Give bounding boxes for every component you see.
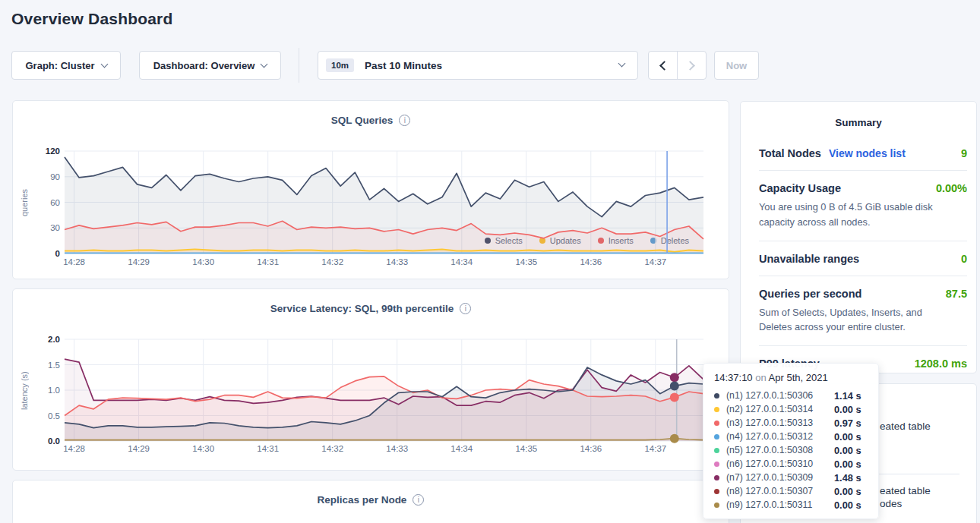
x-tick-label: 14:28 (63, 444, 85, 453)
x-tick-label: 14:30 (192, 444, 214, 453)
y-axis-tick-labels: 0306090120 (27, 151, 60, 254)
time-next-button-disabled[interactable] (677, 52, 706, 79)
service-latency-card: Service Latency: SQL, 99th percentile i … (12, 288, 729, 471)
replicas-per-node-card: Replicas per Node i (12, 480, 729, 523)
tooltip-row: (n4) 127.0.0.1:503120.00 s (714, 430, 869, 443)
x-tick-label: 14:33 (386, 257, 408, 266)
x-tick-label: 14:30 (192, 257, 214, 266)
time-step-button-group (648, 51, 707, 80)
y-tick-label: 0.0 (48, 436, 60, 446)
node-color-dot-icon (714, 475, 719, 480)
chevron-down-icon (100, 61, 108, 68)
y-tick-label: 1.5 (48, 361, 60, 370)
tooltip-node-label: (n6) 127.0.0.1:50310 (726, 458, 813, 469)
time-range-label: Past 10 Minutes (365, 60, 442, 71)
tooltip-row: (n8) 127.0.0.1:503070.00 s (714, 484, 869, 498)
replicas-per-node-title: Replicas per Node (318, 494, 407, 506)
tooltip-node-value: 0.00 s (834, 458, 861, 470)
x-tick-label: 14:35 (515, 257, 537, 266)
y-tick-label: 0.5 (48, 411, 60, 421)
tooltip-node-value: 1.48 s (834, 472, 861, 484)
info-icon[interactable]: i (399, 115, 410, 126)
service-latency-title: Service Latency: SQL, 99th percentile (270, 303, 454, 314)
x-axis-tick-labels: 14:2814:2914:3014:3114:3214:3314:3414:35… (65, 444, 703, 455)
tooltip-node-label: (n3) 127.0.0.1:50313 (726, 417, 813, 428)
tooltip-node-value: 0.97 s (834, 417, 861, 429)
node-color-dot-icon (714, 407, 719, 412)
x-tick-label: 14:36 (580, 257, 602, 266)
summary-value: 0.00% (936, 182, 967, 194)
event-text-fragment: eated table (880, 421, 931, 432)
dashboard-selector-dropdown[interactable]: Dashboard: Overview (139, 51, 281, 80)
y-tick-label: 0 (55, 249, 60, 258)
sql-queries-card: SQL Queries i SelectsUpdatesInsertsDelet… (12, 100, 729, 279)
summary-value: 0 (961, 253, 967, 265)
tooltip-row: (n9) 127.0.0.1:503110.00 s (714, 498, 869, 512)
x-tick-label: 14:28 (63, 257, 85, 266)
view-nodes-list-link[interactable]: View nodes list (829, 147, 906, 159)
chart-hover-tooltip: 14:37:10 on Apr 5th, 2021 (n1) 127.0.0.1… (703, 363, 879, 519)
node-color-dot-icon (714, 503, 719, 508)
x-tick-label: 14:37 (644, 257, 666, 266)
time-range-badge: 10m (326, 58, 354, 72)
tooltip-node-value: 0.00 s (834, 486, 861, 497)
x-tick-label: 14:32 (321, 257, 343, 266)
tooltip-node-value: 1.14 s (834, 390, 861, 402)
info-icon[interactable]: i (460, 303, 471, 314)
tooltip-node-value: 0.00 s (834, 445, 861, 456)
y-tick-label: 90 (50, 172, 60, 181)
tooltip-node-label: (n5) 127.0.0.1:50308 (726, 445, 813, 455)
summary-value: 1208.0 ms (915, 358, 967, 370)
summary-label: Total Nodes (759, 147, 821, 159)
x-tick-label: 14:36 (580, 444, 602, 453)
service-latency-chart[interactable] (65, 339, 703, 441)
tooltip-node-label: (n7) 127.0.0.1:50309 (726, 472, 813, 483)
info-icon[interactable]: i (413, 494, 424, 506)
sql-queries-chart[interactable] (65, 151, 703, 254)
summary-row-unavailable-ranges: Unavailable ranges 0 (759, 241, 967, 276)
event-text-fragment: eated table (880, 485, 931, 496)
summary-title: Summary (741, 102, 976, 128)
time-range-dropdown[interactable]: 10m Past 10 Minutes (318, 51, 638, 80)
summary-panel: Summary Total Nodes View nodes list 9 Ca… (740, 101, 977, 373)
page-title: Overview Dashboard (11, 10, 173, 28)
x-tick-label: 14:33 (386, 444, 408, 453)
summary-row-queries-per-second: Queries per second 87.5 Sum of Selects, … (759, 276, 967, 347)
tooltip-node-label: (n8) 127.0.0.1:50307 (726, 486, 813, 496)
x-tick-label: 14:37 (644, 444, 666, 453)
y-axis-tick-labels: 0.00.51.01.52.0 (27, 339, 60, 441)
x-tick-label: 14:35 (515, 444, 537, 453)
tooltip-node-value: 0.00 s (834, 431, 861, 443)
tooltip-row: (n7) 127.0.0.1:503091.48 s (714, 471, 869, 484)
tooltip-row: (n1) 127.0.0.1:503061.14 s (714, 389, 869, 402)
tooltip-row: (n3) 127.0.0.1:503130.97 s (714, 416, 869, 430)
summary-value: 87.5 (946, 288, 967, 300)
summary-label: Queries per second (759, 288, 861, 300)
tooltip-node-label: (n1) 127.0.0.1:50306 (726, 390, 813, 401)
tooltip-node-label: (n9) 127.0.0.1:50311 (726, 499, 812, 510)
tooltip-row: (n2) 127.0.0.1:503140.00 s (714, 402, 869, 416)
x-tick-label: 14:34 (450, 444, 473, 453)
tooltip-node-label: (n2) 127.0.0.1:50314 (726, 404, 813, 414)
x-tick-label: 14:31 (257, 444, 279, 453)
node-color-dot-icon (714, 421, 719, 426)
now-button-disabled[interactable]: Now (714, 51, 759, 80)
time-prev-button[interactable] (649, 52, 677, 79)
summary-label: Unavailable ranges (759, 253, 859, 265)
chevron-right-icon (685, 61, 695, 71)
tooltip-node-value: 0.00 s (834, 404, 861, 415)
summary-label: Capacity Usage (759, 182, 841, 194)
y-tick-label: 120 (46, 147, 60, 156)
graph-selector-label: Graph: Cluster (25, 60, 94, 71)
summary-description: You are using 0 B of 4.5 GiB usable disk… (759, 200, 967, 230)
event-text-fragment: odes (880, 498, 902, 509)
tooltip-row: (n5) 127.0.0.1:503080.00 s (714, 443, 869, 457)
graph-selector-dropdown[interactable]: Graph: Cluster (11, 51, 121, 80)
x-tick-label: 14:29 (128, 444, 150, 453)
y-tick-label: 2.0 (48, 335, 60, 344)
node-color-dot-icon (714, 489, 719, 494)
x-tick-label: 14:34 (450, 257, 473, 266)
dashboard-selector-label: Dashboard: Overview (153, 60, 255, 71)
chevron-left-icon (659, 61, 669, 71)
chevron-down-icon (261, 61, 268, 68)
